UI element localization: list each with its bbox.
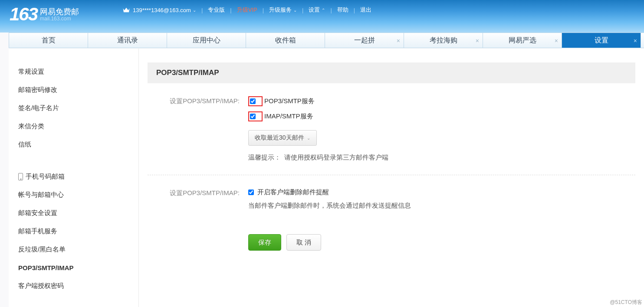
section-delete-remind: 设置POP3/SMTP/IMAP: 开启客户端删除邮件提醒 当邮件客户端删除邮件… bbox=[148, 175, 635, 223]
save-button[interactable]: 保存 bbox=[248, 234, 281, 251]
separator: | bbox=[230, 7, 231, 13]
crown-icon bbox=[122, 7, 130, 13]
delete-remind-desc: 当邮件客户端删除邮件时，系统会通过邮件发送提醒信息 bbox=[248, 202, 635, 210]
tab-apps[interactable]: 应用中心 bbox=[167, 33, 246, 48]
link-settings-label: 设置 bbox=[309, 6, 320, 14]
logo-cn: 网易免费邮 bbox=[40, 8, 79, 16]
tab-settings[interactable]: 设置× bbox=[562, 33, 641, 48]
close-icon[interactable]: × bbox=[555, 37, 558, 44]
tab-yiqipin[interactable]: 一起拼× bbox=[325, 33, 404, 48]
checkbox-delete-remind[interactable] bbox=[248, 189, 254, 195]
tab-yanxuan[interactable]: 网易严选× bbox=[483, 33, 562, 48]
link-upgrade-vip[interactable]: 升级VIP bbox=[237, 6, 257, 14]
sidebar-item-security[interactable]: 邮箱安全设置 bbox=[9, 204, 138, 222]
sidebar-item-phone-mail[interactable]: 手机号码邮箱 bbox=[9, 167, 138, 186]
button-row: 保存 取 消 bbox=[148, 223, 635, 262]
checkbox-label: IMAP/SMTP服务 bbox=[264, 112, 313, 121]
sidebar-item-general[interactable]: 常规设置 bbox=[9, 62, 138, 81]
section-label: 设置POP3/SMTP/IMAP: bbox=[156, 96, 248, 162]
link-help[interactable]: 帮助 bbox=[337, 6, 348, 14]
tip-label: 温馨提示： bbox=[248, 154, 281, 161]
chevron-down-icon: ⌄ bbox=[307, 136, 310, 140]
sidebar-item-mobile-service[interactable]: 邮箱手机服务 bbox=[9, 222, 138, 240]
close-icon[interactable]: × bbox=[397, 37, 400, 44]
link-logout[interactable]: 退出 bbox=[360, 6, 371, 14]
watermark: @51CTO博客 bbox=[610, 299, 642, 306]
tip-text: 请使用授权码登录第三方邮件客户端 bbox=[284, 154, 388, 161]
sidebar-item-password[interactable]: 邮箱密码修改 bbox=[9, 81, 138, 99]
link-upgrade-service[interactable]: 升级服务 ⌄ bbox=[269, 6, 297, 14]
tab-label: 首页 bbox=[42, 36, 56, 45]
caret-down-icon: ⌄ bbox=[193, 8, 196, 13]
workspace: 常规设置 邮箱密码修改 签名/电子名片 来信分类 信纸 手机号码邮箱 帐号与邮箱… bbox=[9, 49, 644, 307]
select-value: 收取最近30天邮件 bbox=[255, 134, 304, 142]
section-protocol: 设置POP3/SMTP/IMAP: POP3/SMTP服务 IMAP/SMTP服… bbox=[148, 83, 635, 175]
logo-number: 163 bbox=[10, 5, 37, 23]
sidebar-item-stationery[interactable]: 信纸 bbox=[9, 135, 138, 154]
sidebar-item-auth-code[interactable]: 客户端授权密码 bbox=[9, 277, 138, 295]
fetch-range-select[interactable]: 收取最近30天邮件 ⌄ bbox=[248, 130, 317, 146]
sidebar-item-label: 手机号码邮箱 bbox=[26, 173, 65, 181]
separator: | bbox=[201, 7, 203, 13]
tab-label: 一起拼 bbox=[354, 36, 375, 45]
logo-en: mail.163.com bbox=[40, 16, 79, 22]
tab-contacts[interactable]: 通讯录 bbox=[88, 33, 167, 48]
sidebar-item-account-center[interactable]: 帐号与邮箱中心 bbox=[9, 186, 138, 204]
checkbox-pop3-smtp[interactable] bbox=[250, 98, 256, 104]
checkbox-imap-smtp[interactable] bbox=[250, 114, 256, 119]
tab-label: 网易严选 bbox=[509, 36, 536, 45]
close-icon[interactable]: × bbox=[634, 37, 637, 44]
panel-title: POP3/SMTP/IMAP bbox=[148, 62, 635, 83]
tab-label: 收件箱 bbox=[275, 36, 296, 45]
separator: | bbox=[330, 7, 332, 13]
protocol-tip: 温馨提示： 请使用授权码登录第三方邮件客户端 bbox=[248, 154, 635, 162]
account-email: 139****1346@163.com bbox=[133, 7, 191, 13]
separator: | bbox=[263, 7, 264, 13]
checkbox-label: 开启客户端删除邮件提醒 bbox=[257, 188, 329, 196]
tab-inbox[interactable]: 收件箱 bbox=[246, 33, 325, 48]
tab-label: 通讯录 bbox=[117, 36, 138, 45]
sidebar-item-pop3-smtp-imap[interactable]: POP3/SMTP/IMAP bbox=[9, 258, 138, 277]
link-pro[interactable]: 专业版 bbox=[208, 6, 225, 14]
tab-strip: 首页 通讯录 应用中心 收件箱 一起拼× 考拉海购× 网易严选× 设置× ⌄ bbox=[9, 33, 644, 48]
checkbox-label: POP3/SMTP服务 bbox=[264, 97, 315, 105]
sidebar-item-signature[interactable]: 签名/电子名片 bbox=[9, 99, 138, 117]
caret-down-icon: ⌄ bbox=[293, 8, 297, 13]
settings-sidebar: 常规设置 邮箱密码修改 签名/电子名片 来信分类 信纸 手机号码邮箱 帐号与邮箱… bbox=[9, 49, 139, 307]
link-upgrade-service-label: 升级服务 bbox=[269, 6, 292, 14]
close-icon[interactable]: × bbox=[476, 37, 479, 44]
tab-home[interactable]: 首页 bbox=[9, 33, 88, 48]
highlight-box bbox=[248, 96, 263, 106]
tab-label: 设置 bbox=[595, 36, 608, 45]
section-label: 设置POP3/SMTP/IMAP: bbox=[156, 188, 248, 210]
tab-label: 考拉海购 bbox=[430, 36, 457, 45]
separator: | bbox=[302, 7, 303, 13]
phone-icon bbox=[18, 173, 23, 180]
top-bar: 163 网易免费邮 mail.163.com 139****1346@163.c… bbox=[0, 0, 644, 33]
tab-label: 应用中心 bbox=[193, 36, 220, 45]
tab-overflow[interactable]: ⌄ bbox=[641, 33, 644, 48]
separator: | bbox=[354, 7, 355, 13]
top-links: 139****1346@163.com ⌄ | 专业版 | 升级VIP | 升级… bbox=[122, 6, 371, 14]
link-settings[interactable]: 设置 ⌃ bbox=[309, 6, 325, 14]
sidebar-item-filters[interactable]: 来信分类 bbox=[9, 117, 138, 135]
tab-kaola[interactable]: 考拉海购× bbox=[404, 33, 483, 48]
account-email-link[interactable]: 139****1346@163.com ⌄ bbox=[122, 7, 196, 13]
caret-up-icon: ⌃ bbox=[322, 8, 325, 13]
settings-main: POP3/SMTP/IMAP 设置POP3/SMTP/IMAP: POP3/SM… bbox=[139, 49, 644, 307]
sidebar-item-antispam[interactable]: 反垃圾/黑白名单 bbox=[9, 240, 138, 258]
logo: 163 网易免费邮 mail.163.com bbox=[10, 5, 122, 23]
highlight-box bbox=[248, 111, 263, 121]
cancel-button[interactable]: 取 消 bbox=[286, 234, 321, 251]
